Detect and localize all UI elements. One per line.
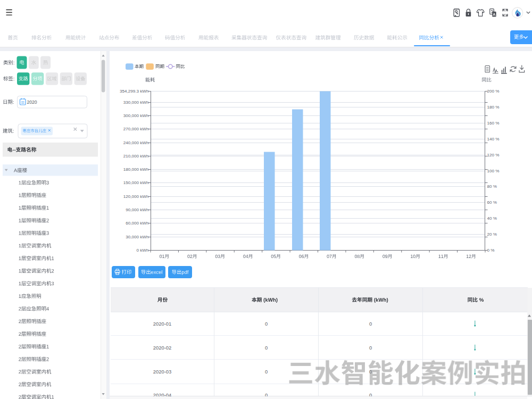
svg-text:30,000 kWh: 30,000 kWh: [126, 235, 148, 239]
svg-text:40 %: 40 %: [487, 216, 497, 221]
svg-text:150,000 kWh: 150,000 kWh: [123, 180, 149, 185]
svg-text:270,000 kWh: 270,000 kWh: [123, 127, 149, 131]
svg-text:140 %: 140 %: [487, 137, 500, 142]
svg-text:120 %: 120 %: [487, 153, 500, 157]
svg-text:330,000 kWh: 330,000 kWh: [123, 100, 149, 105]
svg-text:20 %: 20 %: [487, 232, 497, 237]
svg-text:180 %: 180 %: [487, 105, 500, 110]
svg-text:60,000 kWh: 60,000 kWh: [126, 221, 148, 226]
svg-text:210,000 kWh: 210,000 kWh: [123, 154, 149, 159]
svg-text:300,000 kWh: 300,000 kWh: [123, 113, 149, 118]
svg-text:60 %: 60 %: [487, 200, 497, 205]
svg-text:240,000 kWh: 240,000 kWh: [123, 140, 149, 145]
svg-text:180,000 kWh: 180,000 kWh: [123, 167, 149, 172]
svg-text:160 %: 160 %: [487, 121, 500, 126]
svg-text:120,000 kWh: 120,000 kWh: [123, 194, 149, 199]
svg-text:100 %: 100 %: [487, 169, 500, 173]
svg-text:0 %: 0 %: [487, 248, 495, 253]
svg-text:80 %: 80 %: [487, 184, 497, 189]
svg-text:0 kWh: 0 kWh: [137, 248, 149, 253]
svg-text:200 %: 200 %: [487, 89, 500, 94]
svg-text:354,299.3 kWh: 354,299.3 kWh: [120, 89, 148, 94]
svg-text:90,000 kWh: 90,000 kWh: [126, 207, 148, 212]
